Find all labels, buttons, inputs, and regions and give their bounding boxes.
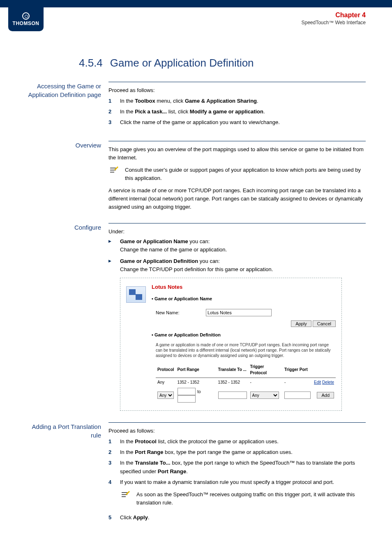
s1-intro: Proceed as follows: xyxy=(108,86,366,94)
th-protocol: Protocol xyxy=(156,362,176,378)
newname-label: New Name: xyxy=(156,309,201,316)
page-header: Chapter 4 SpeedTouch™ Web Interface xyxy=(301,12,366,25)
s1-step-3: 3 Click the name of the game or applicat… xyxy=(108,118,366,127)
top-bar xyxy=(0,0,392,7)
apply-button[interactable]: Apply xyxy=(291,320,311,327)
chapter-label: Chapter 4 xyxy=(301,12,366,19)
s2-p1: This page gives you an overview of the p… xyxy=(108,145,366,162)
port-from-input[interactable] xyxy=(178,388,196,395)
translate-input[interactable] xyxy=(218,391,247,399)
section-heading: 4.5.4 Game or Application Definition xyxy=(79,57,366,69)
s1-step-2: 2 In the Pick a task... list, click Modi… xyxy=(108,108,366,116)
s2-note: Consult the user's guide or support page… xyxy=(108,166,366,182)
section-number: 4.5.4 xyxy=(79,57,103,69)
newname-input[interactable] xyxy=(206,309,272,316)
port-to-input[interactable] xyxy=(178,395,196,403)
th-portrange: Port Range xyxy=(176,362,217,378)
add-button[interactable]: Add xyxy=(317,392,334,398)
s3-item-definition: Game or Application Definition you can:C… xyxy=(108,257,366,274)
note-icon xyxy=(108,166,120,175)
delete-link[interactable]: Delete xyxy=(322,380,334,385)
section-title: Game or Application Definition xyxy=(110,57,254,69)
side-label-overview: Overview xyxy=(26,141,108,212)
trigger-protocol-select[interactable]: Any xyxy=(250,391,279,399)
panel-sec1: Game or Application Name xyxy=(152,295,212,302)
s4-step-1: 1 In the Protocol list, click the protoc… xyxy=(108,438,366,446)
s3-intro: Under: xyxy=(108,228,366,236)
panel-desc: A game or application is made of one or … xyxy=(156,342,336,358)
definition-panel: Lotus Notes Game or Application Name New… xyxy=(120,278,342,411)
panel-title: Lotus Notes xyxy=(152,283,212,291)
port-table: Protocol Port Range Translate To ... Tri… xyxy=(156,362,336,404)
s3-item-name: Game or Application Name you can:Change … xyxy=(108,237,366,254)
side-label-adding: Adding a Port Translation rule xyxy=(26,422,108,524)
s4-step-2: 2 In the Port Range box, type the port r… xyxy=(108,448,366,456)
s4-step-5: 5 Click Apply. xyxy=(108,514,366,522)
th-trigger-protocol: Trigger Protocol xyxy=(249,362,283,378)
protocol-select[interactable]: Any xyxy=(157,391,174,399)
table-form-row: Any to Any xyxy=(156,387,336,404)
s4-intro: Proceed as follows: xyxy=(108,427,366,435)
side-label-configure: Configure xyxy=(26,223,108,411)
side-label-accessing: Accessing the Game or Application Defini… xyxy=(26,82,108,129)
table-row: Any 1352 - 1352 1352 - 1352 - - Edit Del… xyxy=(156,378,336,387)
app-icon xyxy=(126,286,146,303)
panel-sec2: Game or Application Definition xyxy=(152,332,336,339)
edit-link[interactable]: Edit xyxy=(314,380,321,385)
s4-step-4: 4 If you want to make a dynamic translat… xyxy=(108,478,366,511)
chapter-subtitle: SpeedTouch™ Web Interface xyxy=(301,20,366,25)
th-translate: Translate To ... xyxy=(217,362,249,378)
s1-step-1: 1 In the Toolbox menu, click Game & Appl… xyxy=(108,97,366,105)
s4-note: As soon as the SpeedTouch™ receives outg… xyxy=(120,491,366,507)
s2-p2: A service is made of one or more TCP/UDP… xyxy=(108,187,366,211)
logo-ring-icon xyxy=(22,12,30,20)
logo-text: THOMSON xyxy=(13,21,39,26)
s4-step-3: 3 In the Translate To... box, type the p… xyxy=(108,459,366,475)
note-icon xyxy=(120,491,131,500)
cancel-button[interactable]: Cancel xyxy=(313,320,336,327)
th-trigger-port: Trigger Port xyxy=(283,362,312,378)
trigger-port-input[interactable] xyxy=(284,391,311,399)
thomson-logo: THOMSON xyxy=(8,7,44,31)
